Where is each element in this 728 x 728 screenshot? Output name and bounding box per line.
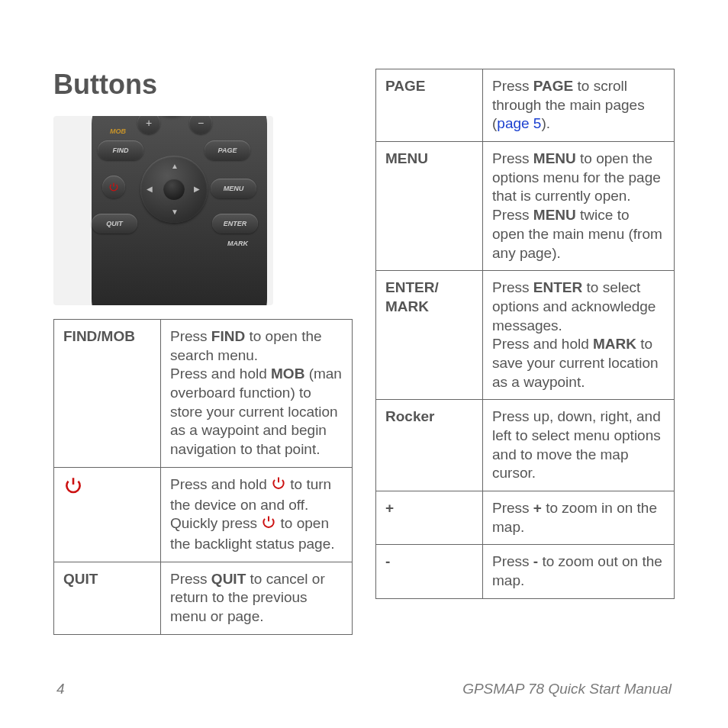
table-row: FIND/MOBPress FIND to open the search me… [54, 320, 353, 468]
power-button [102, 176, 125, 198]
power-icon [63, 475, 83, 501]
table-row: PAGEPress PAGE to scroll through the mai… [376, 69, 675, 142]
columns: Buttons + − MOB FIND PAGE MENU QUIT ENTE… [53, 69, 675, 667]
page-button: PAGE [205, 140, 250, 160]
row-label [54, 467, 161, 562]
row-label: PAGE [376, 69, 483, 142]
table-row: +Press + to zoom in on the map. [376, 491, 675, 545]
row-label: MENU [376, 142, 483, 271]
row-description: Press MENU to open the options menu for … [483, 142, 675, 271]
device-illustration: + − MOB FIND PAGE MENU QUIT ENTER MARK ▲… [53, 116, 273, 305]
manual-title: GPSMAP 78 Quick Start Manual [462, 681, 672, 697]
right-table: PAGEPress PAGE to scroll through the mai… [375, 69, 675, 599]
menu-button: MENU [211, 179, 256, 198]
row-description: Press ENTER to select options and acknow… [483, 271, 675, 400]
table-row: QUITPress QUIT to cancel or return to th… [54, 562, 353, 634]
row-description: Press PAGE to scroll through the main pa… [483, 69, 675, 142]
row-description: Press QUIT to cancel or return to the pr… [161, 562, 353, 634]
enter-button: ENTER [212, 214, 258, 234]
power-icon [261, 514, 276, 535]
minus-button: − [189, 116, 212, 134]
row-label: + [376, 491, 483, 545]
find-button: FIND [98, 140, 143, 160]
table-row: Press and hold to turn the device on and… [54, 467, 353, 562]
mob-label: MOB [110, 127, 126, 135]
power-icon [271, 475, 286, 496]
page-number: 4 [56, 681, 65, 697]
page-footer: 4 GPSMAP 78 Quick Start Manual [53, 681, 675, 697]
row-label: ENTER/MARK [376, 271, 483, 400]
right-tbody: PAGEPress PAGE to scroll through the mai… [376, 69, 675, 599]
row-description: Press FIND to open the search menu.Press… [161, 320, 353, 468]
right-column: PAGEPress PAGE to scroll through the mai… [375, 69, 675, 667]
row-description: Press + to zoom in on the map. [483, 491, 675, 545]
plus-button: + [137, 116, 160, 134]
table-row: ENTER/MARKPress ENTER to select options … [376, 271, 675, 400]
row-description: Press and hold to turn the device on and… [161, 467, 353, 562]
row-description: Press up, down, right, and left to selec… [483, 400, 675, 491]
rocker-dpad: ▲ ▼ ◀ ▶ [140, 156, 208, 223]
table-row: RockerPress up, down, right, and left to… [376, 400, 675, 491]
table-row: -Press - to zoom out on the map. [376, 545, 675, 598]
table-row: MENUPress MENU to open the options menu … [376, 142, 675, 271]
left-column: Buttons + − MOB FIND PAGE MENU QUIT ENTE… [53, 69, 353, 667]
row-label: FIND/MOB [54, 320, 161, 468]
row-label: - [376, 545, 483, 598]
row-label: QUIT [54, 562, 161, 634]
section-heading: Buttons [53, 69, 353, 101]
row-label: Rocker [376, 400, 483, 491]
left-table: FIND/MOBPress FIND to open the search me… [53, 319, 353, 635]
quit-button: QUIT [92, 214, 137, 234]
mark-label: MARK [227, 240, 248, 247]
left-tbody: FIND/MOBPress FIND to open the search me… [54, 320, 353, 635]
manual-page: Buttons + − MOB FIND PAGE MENU QUIT ENTE… [0, 0, 728, 728]
page-link[interactable]: page 5 [497, 115, 541, 131]
row-description: Press - to zoom out on the map. [483, 545, 675, 598]
